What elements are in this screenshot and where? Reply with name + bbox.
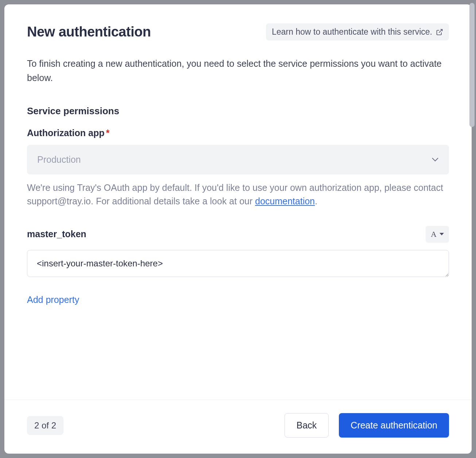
add-property-link[interactable]: Add property xyxy=(27,295,79,305)
footer-actions: Back Create authentication xyxy=(285,413,449,438)
authorization-app-selected-value: Production xyxy=(37,154,81,165)
master-token-label: master_token xyxy=(27,229,86,239)
field-type-dropdown[interactable]: A xyxy=(426,226,449,243)
master-token-label-row: master_token A xyxy=(27,226,449,243)
documentation-link[interactable]: documentation xyxy=(255,196,315,206)
authorization-app-helper: We're using Tray's OAuth app by default.… xyxy=(27,181,449,208)
authorization-app-select-wrap: Production xyxy=(27,145,449,174)
learn-link-label: Learn how to authenticate with this serv… xyxy=(272,27,432,37)
back-button[interactable]: Back xyxy=(285,413,329,438)
auth-modal: New authentication Learn how to authenti… xyxy=(4,4,472,454)
learn-link[interactable]: Learn how to authenticate with this serv… xyxy=(266,23,449,41)
helper-suffix: . xyxy=(315,196,317,206)
scrollbar-thumb[interactable] xyxy=(469,3,475,127)
step-indicator: 2 of 2 xyxy=(27,416,63,435)
field-type-label: A xyxy=(431,230,437,239)
caret-down-icon xyxy=(440,233,444,235)
chevron-down-icon xyxy=(432,157,439,162)
required-indicator: * xyxy=(106,128,109,138)
authorization-app-select[interactable]: Production xyxy=(27,145,449,174)
create-authentication-button[interactable]: Create authentication xyxy=(339,413,449,438)
authorization-app-label: Authorization app* xyxy=(27,128,449,138)
intro-text: To finish creating a new authentication,… xyxy=(27,57,449,85)
helper-prefix: We're using Tray's OAuth app by default.… xyxy=(27,182,443,207)
authorization-app-label-text: Authorization app xyxy=(27,128,104,138)
modal-footer: 2 of 2 Back Create authentication xyxy=(4,400,472,454)
modal-body: New authentication Learn how to authenti… xyxy=(4,4,472,400)
service-permissions-heading: Service permissions xyxy=(27,105,449,117)
external-link-icon xyxy=(436,28,443,36)
header-row: New authentication Learn how to authenti… xyxy=(27,23,449,41)
page-title: New authentication xyxy=(27,24,151,40)
master-token-input[interactable] xyxy=(27,250,449,277)
